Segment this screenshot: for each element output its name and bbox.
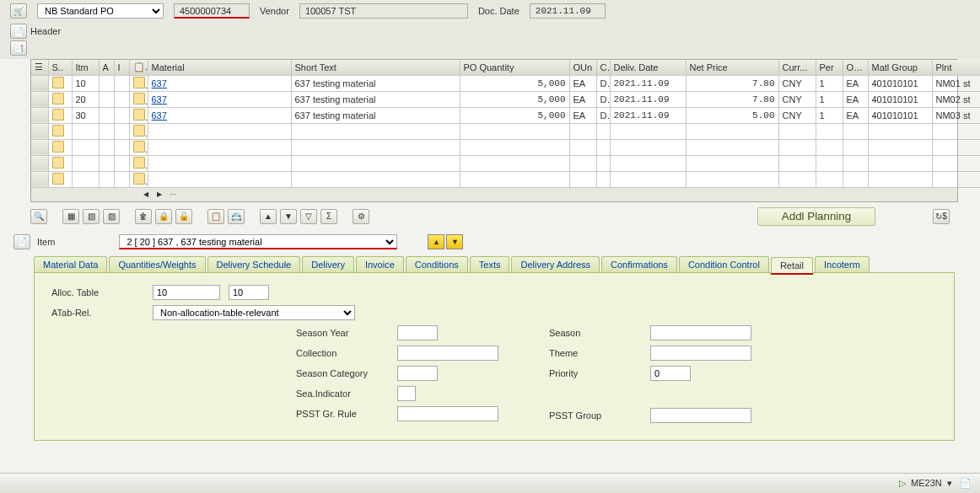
grid-view3-icon[interactable]: ▨ — [103, 209, 120, 224]
cell-mat-ind[interactable] — [129, 75, 148, 91]
cell-per[interactable]: 1 — [816, 107, 843, 123]
tab-conditions[interactable]: Conditions — [406, 256, 468, 272]
table-row[interactable] — [31, 139, 980, 155]
item-next-icon[interactable]: ▼ — [446, 234, 463, 249]
config-column-icon[interactable]: ☰ — [31, 60, 48, 75]
cell-curr[interactable]: CNY — [778, 107, 816, 123]
details-icon[interactable]: 📇 — [228, 209, 245, 224]
cell-date[interactable]: 2021.11.09 — [610, 107, 686, 123]
tab-texts[interactable]: Texts — [470, 256, 510, 272]
tab-material-data[interactable]: Material Data — [34, 256, 107, 272]
row-selector[interactable] — [31, 123, 48, 139]
col-a[interactable]: A — [99, 60, 114, 75]
collection-input[interactable] — [397, 346, 498, 361]
copy-icon[interactable]: 📋 — [207, 209, 224, 224]
refresh-icon[interactable]: ↻$ — [933, 209, 950, 224]
col-deliv-date[interactable]: Deliv. Date — [610, 60, 686, 75]
season-category-input[interactable] — [397, 366, 438, 381]
col-matl-group[interactable]: Matl Group — [868, 60, 932, 75]
cell-itm[interactable]: 30 — [72, 107, 99, 123]
row-selector[interactable] — [31, 75, 48, 91]
cell-plnt[interactable]: NM01 st — [932, 75, 980, 91]
table-row[interactable] — [31, 123, 980, 139]
col-itm[interactable]: Itm — [72, 60, 99, 75]
col-c[interactable]: C — [596, 60, 610, 75]
cell-qty[interactable]: 5,000 — [460, 91, 569, 107]
row-selector[interactable] — [31, 107, 48, 123]
cell-mg[interactable]: 401010101 — [868, 75, 932, 91]
theme-input[interactable] — [650, 346, 751, 361]
alloc-table-input-2[interactable] — [229, 285, 269, 300]
cell-short-text[interactable]: 637 testing material — [291, 75, 460, 91]
cell-s[interactable] — [48, 155, 72, 171]
tab-invoice[interactable]: Invoice — [356, 256, 404, 272]
sort-asc-icon[interactable]: ▲ — [260, 209, 277, 224]
cell-mat-ind[interactable] — [129, 123, 148, 139]
cell-c[interactable]: D — [596, 75, 610, 91]
cell-a[interactable] — [99, 107, 114, 123]
col-i[interactable]: I — [114, 60, 129, 75]
season-input[interactable] — [650, 325, 751, 340]
status-open-icon[interactable]: ▷ — [899, 478, 906, 488]
po-type-select[interactable]: NB Standard PO — [37, 3, 164, 19]
tab-quantities[interactable]: Quantities/Weights — [109, 256, 205, 272]
table-row[interactable]: 20637637 testing material5,000EAD2021.11… — [31, 91, 980, 107]
col-po-qty[interactable]: PO Quantity — [460, 60, 569, 75]
psst-group-input[interactable] — [650, 408, 751, 423]
addl-planning-button[interactable]: Addl Planning — [757, 207, 875, 226]
item-select[interactable]: 2 [ 20 ] 637 , 637 testing material — [119, 234, 397, 249]
psst-gr-rule-input[interactable] — [397, 406, 498, 421]
row-selector[interactable] — [31, 91, 48, 107]
find-icon[interactable]: 🔍 — [30, 209, 47, 224]
cell-mg[interactable]: 401010101 — [868, 107, 932, 123]
grid-view1-icon[interactable]: ▦ — [62, 209, 79, 224]
item-prev-icon[interactable]: ▲ — [428, 234, 444, 249]
row-selector[interactable] — [31, 139, 48, 155]
cell-s[interactable] — [48, 123, 72, 139]
col-short-text[interactable]: Short Text — [291, 60, 460, 75]
cell-date[interactable]: 2021.11.09 — [610, 75, 686, 91]
cell-material[interactable]: 637 — [148, 91, 291, 107]
table-row[interactable] — [31, 171, 980, 187]
col-net-price[interactable]: Net Price — [686, 60, 778, 75]
cell-mat-ind[interactable] — [129, 171, 148, 187]
expand-item-icon[interactable]: 📄 — [13, 234, 30, 249]
scroll-right-icon[interactable]: ▶ — [154, 190, 164, 200]
cell-c[interactable]: D — [596, 91, 610, 107]
col-plnt[interactable]: Plnt — [932, 60, 980, 75]
tab-condition-control[interactable]: Condition Control — [679, 256, 769, 272]
cell-s[interactable] — [48, 139, 72, 155]
tab-delivery-schedule[interactable]: Delivery Schedule — [207, 256, 301, 272]
cell-i[interactable] — [114, 75, 129, 91]
cell-curr[interactable]: CNY — [778, 75, 816, 91]
cell-opu[interactable]: EA — [843, 107, 868, 123]
cell-oun[interactable]: EA — [569, 107, 596, 123]
expand-header-icon[interactable]: 📄 — [10, 24, 27, 39]
cell-plnt[interactable]: NM03 st — [932, 107, 980, 123]
cell-s[interactable] — [48, 91, 72, 107]
settings-icon[interactable]: ⚙ — [353, 209, 369, 224]
col-oun[interactable]: OUn — [569, 60, 596, 75]
cell-date[interactable]: 2021.11.09 — [610, 91, 686, 107]
cell-c[interactable]: D — [596, 107, 610, 123]
collapse-icon[interactable]: 📑 — [10, 40, 27, 56]
cell-i[interactable] — [114, 107, 129, 123]
cell-s[interactable] — [48, 107, 72, 123]
row-selector[interactable] — [31, 155, 48, 171]
filter-icon[interactable]: ▽ — [300, 209, 317, 224]
cell-price[interactable]: 5.00 — [686, 107, 778, 123]
scroll-config-icon[interactable]: ⋯ — [168, 190, 178, 200]
sea-indicator-input[interactable] — [397, 386, 416, 401]
cell-short-text[interactable]: 637 testing material — [291, 107, 460, 123]
cell-oun[interactable]: EA — [569, 91, 596, 107]
col-s[interactable]: S.. — [48, 60, 72, 75]
delete-icon[interactable]: 🗑 — [135, 209, 152, 224]
cell-s[interactable] — [48, 75, 72, 91]
cell-mat-ind[interactable] — [129, 139, 148, 155]
cell-price[interactable]: 7.80 — [686, 91, 778, 107]
cell-per[interactable]: 1 — [816, 91, 843, 107]
row-selector[interactable] — [31, 171, 48, 187]
cell-i[interactable] — [114, 91, 129, 107]
tab-retail[interactable]: Retail — [771, 257, 813, 273]
tab-incoterms[interactable]: Incoterm — [815, 256, 870, 272]
